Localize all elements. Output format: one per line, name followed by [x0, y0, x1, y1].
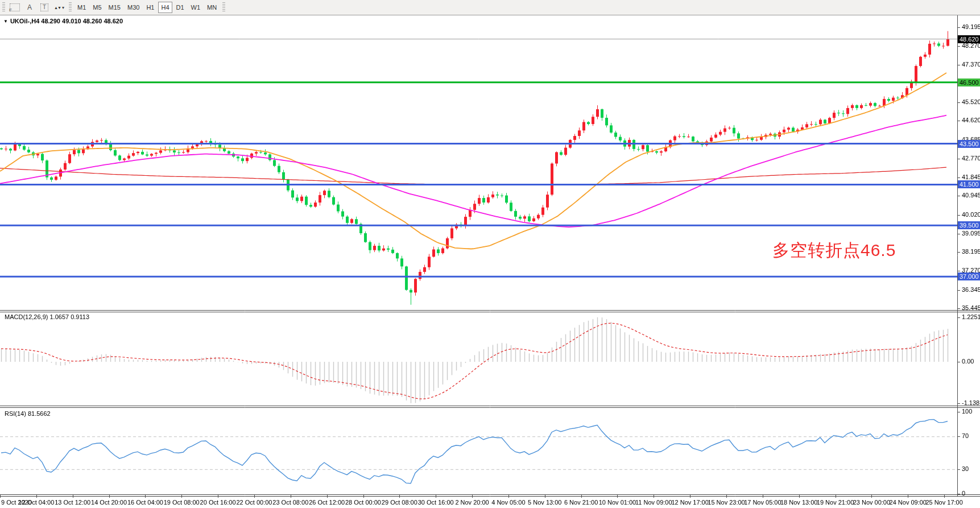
arrows-icon[interactable]: ▲▼▾ — [52, 2, 67, 13]
toolbar-grip[interactable] — [222, 2, 225, 13]
date-label: 19 Nov 21:00 — [817, 499, 854, 506]
rsi-label: RSI(14) 81.5662 — [5, 410, 51, 417]
fibonacci-icon[interactable]: F — [7, 2, 22, 13]
date-label: 17 Nov 05:00 — [744, 499, 781, 506]
timeframe-button-h4[interactable]: H4 — [158, 2, 172, 13]
timeframe-button-m5[interactable]: M5 — [90, 2, 104, 13]
price-tag: 37.000 — [958, 272, 980, 280]
chevron-down-icon[interactable]: ▼ — [3, 19, 8, 24]
price-axis-tick: 40.020 — [962, 211, 980, 218]
date-label: 15 Nov 23:00 — [708, 499, 745, 506]
date-label: 12 Nov 17:00 — [671, 499, 708, 506]
text-box-icon[interactable]: T — [37, 2, 52, 13]
price-tag: 43.500 — [958, 140, 980, 148]
macd-label: MACD(12,26,9) 1.0657 0.9113 — [5, 313, 89, 320]
date-label: 30 Oct 16:00 — [418, 499, 454, 506]
date-label: 28 Oct 00:00 — [345, 499, 381, 506]
price-axis-tick: 42.770 — [962, 155, 980, 162]
text-label-icon[interactable]: A — [22, 2, 37, 13]
date-label: 25 Nov 17:00 — [925, 499, 962, 506]
price-tag: 41.500 — [958, 180, 980, 188]
macd-axis-tick: 0.00 — [962, 358, 974, 365]
date-label: 13 Oct 12:00 — [55, 499, 90, 506]
price-axis-tick: 48.270 — [962, 42, 980, 49]
toolbar: FAT▲▼▾M1M5M15M30H1H4D1W1MN — [0, 0, 980, 15]
date-label: 16 Oct 04:00 — [127, 499, 163, 506]
date-label: 5 Nov 13:00 — [528, 499, 561, 506]
timeframe-button-m15[interactable]: M15 — [106, 2, 123, 13]
price-axis-tick: 49.195 — [962, 23, 980, 30]
chart-overlay: ▼UKOil-,H4 48.290 49.010 48.260 48.620 M… — [0, 0, 980, 508]
date-label: 22 Oct 00:00 — [236, 499, 272, 506]
date-label: 2 Nov 20:00 — [455, 499, 489, 506]
date-label: 12 Oct 04:00 — [18, 499, 54, 506]
date-label: 20 Oct 16:00 — [200, 499, 236, 506]
timeframe-button-d1[interactable]: D1 — [173, 2, 187, 13]
timeframe-button-m30[interactable]: M30 — [125, 2, 142, 13]
price-axis-tick: 45.520 — [962, 98, 980, 105]
rsi-axis-tick: 30 — [962, 465, 969, 472]
price-axis-tick: 36.345 — [962, 286, 980, 293]
price-tag: 46.500 — [958, 79, 980, 86]
price-axis-tick: 38.195 — [962, 248, 980, 255]
date-label: 29 Oct 08:00 — [382, 499, 417, 506]
date-label: 14 Oct 20:00 — [91, 499, 127, 506]
symbol-ohlc-text: UKOil-,H4 48.290 49.010 48.260 48.620 — [10, 18, 123, 24]
macd-axis-tick: -1.1383 — [962, 399, 980, 406]
toolbar-grip[interactable] — [2, 2, 5, 13]
price-axis-tick: 40.945 — [962, 192, 980, 199]
rsi-axis-tick: 100 — [962, 408, 972, 415]
toolbar-grip[interactable] — [69, 2, 72, 13]
macd-axis-tick: 1.2251 — [962, 313, 980, 320]
date-label: 18 Nov 13:00 — [780, 499, 817, 506]
date-label: 26 Oct 12:00 — [309, 499, 345, 506]
price-axis-tick: 41.845 — [962, 174, 980, 180]
timeframe-button-w1[interactable]: W1 — [188, 2, 204, 13]
price-axis-tick: 39.095 — [962, 230, 980, 237]
price-axis-tick: 47.370 — [962, 61, 980, 68]
mt4-window: FAT▲▼▾M1M5M15M30H1H4D1W1MN ▼UKOil-,H4 48… — [0, 0, 980, 508]
symbol-ohlc-line: ▼UKOil-,H4 48.290 49.010 48.260 48.620 — [3, 18, 123, 24]
rsi-axis-tick: 0 — [962, 490, 965, 497]
date-label: 23 Nov 00:00 — [853, 499, 890, 506]
price-tag: 48.620 — [958, 35, 980, 43]
date-label: 19 Oct 08:00 — [164, 499, 200, 506]
timeframe-button-m1[interactable]: M1 — [75, 2, 89, 13]
rsi-axis-tick: 70 — [962, 432, 969, 439]
price-tag: 39.500 — [958, 221, 980, 229]
timeframe-button-mn[interactable]: MN — [204, 2, 220, 13]
date-label: 24 Nov 09:00 — [890, 499, 927, 506]
date-label: 4 Nov 05:00 — [491, 499, 525, 506]
annotation-text: 多空转折点46.5 — [772, 239, 896, 262]
date-label: 10 Nov 01:00 — [599, 499, 636, 506]
date-label: 11 Nov 09:00 — [635, 499, 672, 506]
price-axis-tick: 35.445 — [962, 304, 980, 311]
date-label: 23 Oct 08:00 — [272, 499, 308, 506]
date-label: 6 Nov 21:00 — [564, 499, 598, 506]
price-axis-tick: 44.620 — [962, 117, 980, 123]
timeframe-button-h1[interactable]: H1 — [143, 2, 157, 13]
